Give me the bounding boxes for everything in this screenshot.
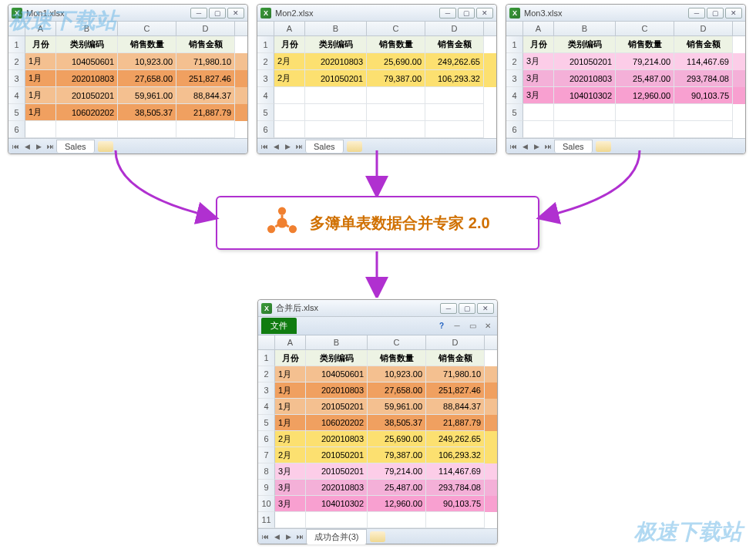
header-cell[interactable]: 销售金额 xyxy=(176,36,235,53)
cell-amt[interactable]: 251,827.46 xyxy=(426,382,485,399)
row-header-5[interactable]: 5 xyxy=(8,104,25,121)
cell-qty[interactable]: 79,214.00 xyxy=(616,53,674,70)
sheet-nav-prev[interactable]: ◀ xyxy=(270,141,281,152)
row-header-6[interactable]: 6 xyxy=(8,121,25,138)
sheet-nav-last[interactable]: ⏭ xyxy=(294,141,304,152)
row-header-1[interactable]: 1 xyxy=(506,36,523,53)
cell-month[interactable]: 2月 xyxy=(274,70,305,87)
cell-amt[interactable]: 251,827.46 xyxy=(176,70,235,87)
row-header-6[interactable]: 6 xyxy=(506,121,523,138)
cell-month[interactable]: 1月 xyxy=(275,415,306,431)
minimize-button[interactable]: ─ xyxy=(190,8,207,19)
header-cell[interactable]: 月份 xyxy=(25,36,56,53)
minimize-icon[interactable]: ─ xyxy=(451,320,463,332)
row-header-3[interactable]: 3 xyxy=(8,70,25,87)
row-header-4[interactable]: 4 xyxy=(258,399,275,415)
col-header-D[interactable]: D xyxy=(674,22,733,35)
header-cell[interactable]: 月份 xyxy=(274,36,305,53)
row-header-6[interactable]: 6 xyxy=(258,431,275,447)
cell-qty[interactable]: 38,505.37 xyxy=(118,104,176,121)
empty-cell[interactable] xyxy=(674,104,733,121)
select-all-corner[interactable] xyxy=(258,335,275,349)
header-cell[interactable]: 销售数量 xyxy=(616,36,674,53)
row-header-2[interactable]: 2 xyxy=(506,53,523,70)
row-header-4[interactable]: 4 xyxy=(8,87,25,104)
row-header-5[interactable]: 5 xyxy=(258,415,275,431)
cell-qty[interactable]: 12,960.00 xyxy=(368,496,426,512)
cell-month[interactable]: 3月 xyxy=(275,496,306,512)
sheet-tab[interactable]: 成功合并(3) xyxy=(306,529,367,544)
cell-code[interactable]: 201050201 xyxy=(56,87,118,104)
row-header-11[interactable]: 11 xyxy=(258,512,275,528)
cell-amt[interactable]: 71,980.10 xyxy=(176,53,235,70)
cell-month[interactable]: 1月 xyxy=(25,104,56,121)
row-header-9[interactable]: 9 xyxy=(258,480,275,496)
cell-code[interactable]: 201050201 xyxy=(554,53,616,70)
cell-month[interactable]: 2月 xyxy=(275,447,306,463)
empty-cell[interactable] xyxy=(425,121,484,138)
col-header-D[interactable]: D xyxy=(426,335,485,349)
row-header-8[interactable]: 8 xyxy=(258,463,275,480)
cell-qty[interactable]: 25,690.00 xyxy=(367,53,425,70)
empty-cell[interactable] xyxy=(118,121,176,138)
header-cell[interactable]: 类别编码 xyxy=(554,36,616,53)
cell-amt[interactable]: 106,293.32 xyxy=(426,447,485,463)
cell-qty[interactable]: 25,487.00 xyxy=(368,480,426,496)
cell-qty[interactable]: 27,658.00 xyxy=(368,382,426,399)
close-button[interactable]: ✕ xyxy=(725,8,742,19)
cell-amt[interactable]: 21,887.79 xyxy=(426,415,485,431)
cell-amt[interactable]: 71,980.10 xyxy=(426,366,485,382)
col-header-A[interactable]: A xyxy=(523,22,554,35)
maximize-button[interactable]: ▢ xyxy=(459,303,475,314)
select-all-corner[interactable] xyxy=(8,22,25,35)
cell-code[interactable]: 106020202 xyxy=(306,415,368,431)
cell-month[interactable]: 3月 xyxy=(275,463,306,480)
cell-code[interactable]: 201050201 xyxy=(306,399,368,415)
cell-month[interactable]: 3月 xyxy=(523,70,554,87)
row-header-4[interactable]: 4 xyxy=(506,87,523,104)
cell-code[interactable]: 201050201 xyxy=(306,447,368,463)
col-header-B[interactable]: B xyxy=(56,22,118,35)
col-header-B[interactable]: B xyxy=(554,22,616,35)
header-cell[interactable]: 类别编码 xyxy=(56,36,118,53)
header-cell[interactable]: 销售数量 xyxy=(118,36,176,53)
cell-month[interactable]: 1月 xyxy=(25,53,56,70)
empty-cell[interactable] xyxy=(56,121,118,138)
cell-code[interactable]: 106020202 xyxy=(56,104,118,121)
maximize-button[interactable]: ▢ xyxy=(707,8,724,19)
col-header-A[interactable]: A xyxy=(25,22,56,35)
sheet-nav-next[interactable]: ▶ xyxy=(283,531,294,542)
cell-code[interactable]: 104010302 xyxy=(554,87,616,104)
restore-icon[interactable]: ▭ xyxy=(466,320,479,332)
cell-qty[interactable]: 10,923.00 xyxy=(368,366,426,382)
empty-cell[interactable] xyxy=(305,121,367,138)
close-button[interactable]: ✕ xyxy=(227,8,244,19)
cell-code[interactable]: 202010803 xyxy=(554,70,616,87)
cell-month[interactable]: 1月 xyxy=(275,366,306,382)
cell-qty[interactable]: 79,387.00 xyxy=(367,70,425,87)
cell-amt[interactable]: 249,262.65 xyxy=(426,431,485,447)
row-header-1[interactable]: 1 xyxy=(8,36,25,53)
empty-cell[interactable] xyxy=(367,104,425,121)
cell-qty[interactable]: 25,487.00 xyxy=(616,70,674,87)
cell-month[interactable]: 2月 xyxy=(275,431,306,447)
minimize-button[interactable]: ─ xyxy=(688,8,705,19)
sheet-nav-prev[interactable]: ◀ xyxy=(22,141,32,152)
col-header-C[interactable]: C xyxy=(368,335,426,349)
sheet-tab[interactable]: Sales xyxy=(56,140,95,153)
maximize-button[interactable]: ▢ xyxy=(458,8,475,19)
empty-cell[interactable] xyxy=(274,121,305,138)
row-header-1[interactable]: 1 xyxy=(258,350,275,366)
minimize-button[interactable]: ─ xyxy=(439,8,456,19)
header-cell[interactable]: 类别编码 xyxy=(306,350,368,366)
cell-qty[interactable]: 59,961.00 xyxy=(368,399,426,415)
empty-cell[interactable] xyxy=(306,512,368,528)
row-header-3[interactable]: 3 xyxy=(258,382,275,399)
cell-qty[interactable]: 79,387.00 xyxy=(368,447,426,463)
cell-qty[interactable]: 25,690.00 xyxy=(368,431,426,447)
row-header-2[interactable]: 2 xyxy=(258,366,275,382)
sheet-nav-next[interactable]: ▶ xyxy=(282,141,293,152)
empty-cell[interactable] xyxy=(25,121,56,138)
header-cell[interactable]: 销售金额 xyxy=(426,350,485,366)
cell-amt[interactable]: 114,467.69 xyxy=(674,53,733,70)
